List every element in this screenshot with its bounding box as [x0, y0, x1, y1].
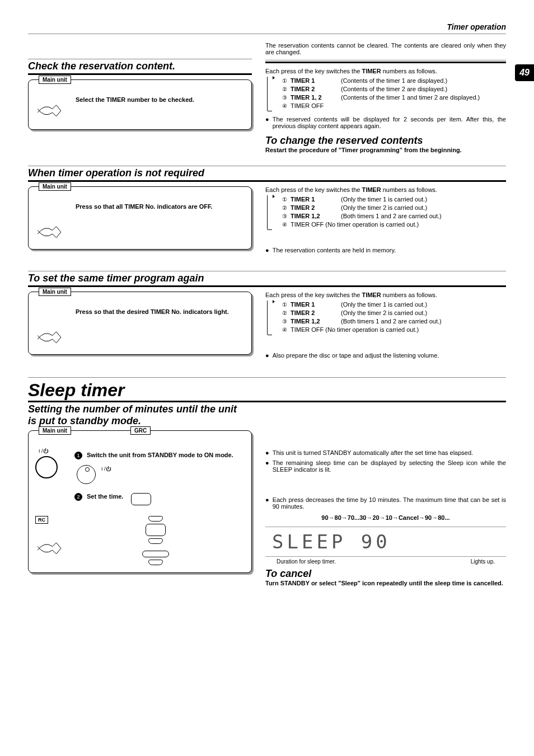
- step-box-check: Main unit Select the TIMER number to be …: [28, 79, 252, 130]
- each-press-text: Each press of the key switches the TIMER…: [265, 68, 506, 74]
- intro-text: The reservation contents cannot be clear…: [265, 42, 506, 55]
- press-hand-icon: [35, 537, 63, 558]
- step-box-again: Main unit Press so that the desired TIME…: [28, 292, 252, 355]
- step-number-2: 2: [74, 493, 82, 501]
- step1-text: Switch the unit from STANDBY mode to ON …: [87, 452, 233, 458]
- change-contents-text: Restart the procedure of "Timer programm…: [265, 147, 506, 153]
- sleep-bullet-2: ●The remaining sleep time can be display…: [265, 459, 506, 473]
- cycle-arrow-icon: [267, 77, 273, 111]
- press-hand-icon: [35, 326, 63, 348]
- grc-knob-icon: [77, 465, 96, 484]
- step-text: Press so that the desired TIMER No. indi…: [76, 308, 245, 315]
- step-box-sleep: Main unit GRC I /⏻ 1 Switch the unit fro…: [28, 430, 252, 573]
- press-hand-icon: [35, 221, 63, 242]
- step-text: Press so that all TIMER No. indicators a…: [76, 203, 245, 210]
- power-icon-label: I /⏻: [39, 448, 69, 454]
- main-unit-label: Main unit: [39, 182, 71, 191]
- cycle-arrow-icon: [267, 195, 273, 229]
- change-contents-heading: To change the reserved contents: [265, 135, 506, 147]
- timer-sequence-list: ①TIMER 1(Only the timer 1 is carried out…: [280, 195, 442, 229]
- step-text: Select the TIMER number to be checked.: [76, 96, 245, 103]
- rc-label: RC: [35, 516, 48, 524]
- section-title-not-required: When timer operation is not required: [28, 166, 506, 182]
- sleep-subtitle-1: Setting the number of minutes until the …: [28, 403, 506, 415]
- breadcrumb: Timer operation: [28, 22, 506, 34]
- lcd-display: SLEEP 90: [265, 527, 506, 557]
- sleep-subtitle-2: is put to standby mode.: [28, 415, 506, 427]
- section-title-same-again: To set the same timer program again: [28, 271, 506, 287]
- note-bullet: ●Also prepare the disc or tape and adjus…: [265, 352, 506, 359]
- remote-button-icon: [131, 493, 151, 505]
- power-icon-label-2: I /⏻: [101, 466, 111, 472]
- timer-sequence-list: ①TIMER 1(Only the timer 1 is carried out…: [280, 300, 442, 334]
- timer-sequence-list: ①TIMER 1(Contents of the timer 1 are dis…: [280, 77, 480, 110]
- lcd-captions: Duration for sleep timer. Lights up.: [265, 558, 506, 565]
- main-unit-label: Main unit: [39, 76, 71, 84]
- grc-label: GRC: [130, 426, 151, 435]
- section-title-check: Check the reservation content.: [28, 59, 252, 75]
- to-cancel-text: Turn STANDBY or select "Sleep" icon repe…: [265, 580, 506, 586]
- note-bullet: ●The reservation contents are held in me…: [265, 247, 506, 253]
- sleep-sequence: 90→80→70...30→20→10→Cancel→90→80...: [265, 514, 506, 521]
- note-bullet: ●The reserved contents will be displayed…: [265, 116, 506, 129]
- each-press-text: Each press of the key switches the TIMER…: [265, 292, 506, 298]
- remote-control-illustration: [136, 515, 175, 566]
- each-press-text: Each press of the key switches the TIMER…: [265, 186, 506, 193]
- sleep-bullet-1: ●This unit is turned STANDBY automatical…: [265, 449, 506, 456]
- to-cancel-heading: To cancel: [265, 568, 506, 580]
- step-number-1: 1: [74, 452, 82, 459]
- main-unit-label: Main unit: [39, 288, 71, 296]
- page-number-tab: 49: [515, 64, 534, 81]
- cycle-arrow-icon: [267, 300, 273, 335]
- sleep-timer-title: Sleep timer: [28, 377, 506, 402]
- main-unit-label: Main unit: [39, 426, 71, 435]
- step-box-off: Main unit Press so that all TIMER No. in…: [28, 186, 252, 250]
- power-knob-icon: [35, 456, 58, 478]
- press-hand-icon: [35, 100, 63, 121]
- step2-text: Set the time.: [87, 493, 123, 500]
- sleep-bullet-3: ●Each press decreases the time by 10 min…: [265, 496, 506, 510]
